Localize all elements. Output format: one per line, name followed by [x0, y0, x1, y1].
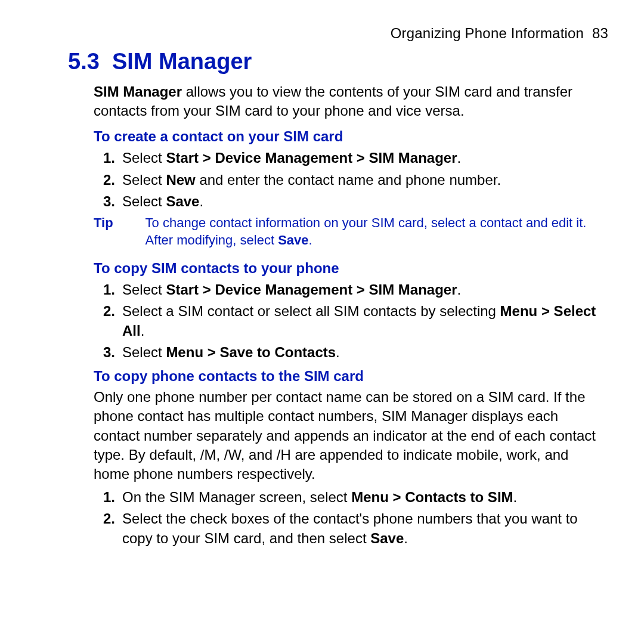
step-text: and enter the contact name and phone num…: [196, 172, 501, 188]
tip-text-part: .: [309, 233, 312, 247]
step-bold: Start > Device Management > SIM Manager: [166, 150, 457, 166]
step-text: .: [404, 530, 408, 546]
intro-paragraph: SIM Manager allows you to view the conte…: [94, 82, 608, 121]
tip-label: Tip: [94, 215, 113, 249]
step: Select Save.: [122, 192, 608, 211]
step: Select Start > Device Management > SIM M…: [122, 148, 608, 168]
tip-bold: Save: [278, 233, 308, 247]
step-text: Select a SIM contact or select all SIM c…: [122, 303, 500, 319]
intro-lead: SIM Manager: [94, 83, 182, 100]
section-title-text: SIM Manager: [112, 49, 252, 74]
subheading-copy-to-sim: To copy phone contacts to the SIM card: [94, 367, 608, 386]
step-text: Select: [122, 344, 166, 360]
step-bold: Menu > Save to Contacts: [166, 344, 336, 360]
subheading-create-contact: To create a contact on your SIM card: [94, 127, 608, 146]
steps-copy-to-sim: On the SIM Manager screen, select Menu >…: [94, 488, 608, 548]
steps-copy-to-phone: Select Start > Device Management > SIM M…: [94, 280, 608, 363]
step-bold: New: [166, 172, 195, 188]
step: On the SIM Manager screen, select Menu >…: [122, 488, 608, 507]
step-text: .: [336, 344, 340, 360]
step-text: Select: [122, 193, 166, 209]
step-text: .: [457, 281, 462, 298]
paragraph-copy-to-sim: Only one phone number per contact name c…: [94, 388, 608, 484]
subheading-copy-to-phone: To copy SIM contacts to your phone: [94, 259, 608, 278]
page-number: 83: [592, 25, 608, 41]
step-text: Select: [122, 150, 166, 166]
step: Select the check boxes of the contact's …: [122, 509, 608, 548]
steps-create-contact: Select Start > Device Management > SIM M…: [94, 148, 608, 211]
step-text: Select the check boxes of the contact's …: [122, 510, 578, 546]
body: SIM Manager allows you to view the conte…: [94, 82, 608, 550]
tip: Tip To change contact information on you…: [94, 215, 608, 249]
step: Select Menu > Save to Contacts.: [122, 343, 608, 362]
step-bold: Menu > Contacts to SIM: [351, 489, 513, 505]
step-text: .: [513, 489, 518, 505]
step-text: Select: [122, 281, 166, 298]
step: Select Start > Device Management > SIM M…: [122, 280, 608, 299]
step-bold: Save: [370, 530, 404, 546]
step-text: .: [457, 150, 462, 166]
step-text: .: [199, 193, 203, 209]
step-text: Select: [122, 172, 166, 188]
step-bold: Start > Device Management > SIM Manager: [166, 281, 457, 298]
tip-text: To change contact information on your SI…: [145, 215, 608, 249]
step: Select a SIM contact or select all SIM c…: [122, 302, 608, 340]
running-header: Organizing Phone Information 83: [391, 25, 608, 42]
tip-text-part: To change contact information on your SI…: [145, 215, 587, 247]
section-heading: 5.3 SIM Manager: [68, 49, 252, 75]
step-text: On the SIM Manager screen, select: [122, 489, 351, 505]
step-bold: Save: [166, 193, 199, 209]
chapter-title: Organizing Phone Information: [391, 25, 584, 41]
section-number: 5.3: [68, 49, 100, 74]
step: Select New and enter the contact name an…: [122, 171, 608, 190]
page: Organizing Phone Information 83 5.3 SIM …: [0, 0, 644, 644]
step-text: .: [141, 323, 145, 339]
